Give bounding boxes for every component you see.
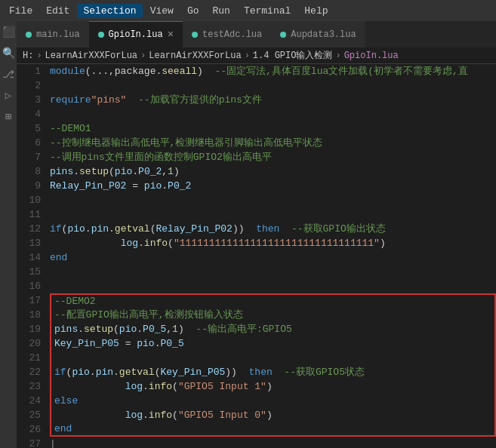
- code-line-7: --调用pins文件里面的函数控制GPIO2输出高电平: [50, 150, 496, 164]
- code-content[interactable]: module(...,package.seeall) --固定写法,具体百度lu…: [45, 64, 496, 448]
- ln-7: 7: [17, 150, 41, 164]
- code-line-15: [50, 265, 496, 279]
- ln-2: 2: [17, 78, 41, 93]
- breadcrumb-learn2[interactable]: LearnAirXXXForLua: [149, 51, 241, 61]
- ln-6: 6: [17, 136, 41, 150]
- ln-23: 23: [17, 379, 41, 394]
- ln-15: 15: [17, 265, 41, 279]
- code-line-25: log.info("GPIO5 Input 0"): [50, 408, 496, 422]
- code-line-11: [50, 207, 496, 222]
- code-line-3: require"pins" --加载官方提供的pins文件: [50, 93, 496, 107]
- ln-24: 24: [17, 394, 41, 408]
- menu-selection[interactable]: Selection: [77, 4, 142, 18]
- code-line-13: log.info("111111111111111111111111111111…: [50, 236, 496, 250]
- breadcrumb-sep: ›: [36, 51, 42, 61]
- ln-18: 18: [17, 308, 41, 322]
- code-line-10: [50, 193, 496, 207]
- ln-10: 10: [17, 193, 41, 207]
- activity-bar: ⬛ 🔍 ⎇ ▷ ⊞: [0, 21, 17, 448]
- ln-17: 17: [17, 293, 41, 308]
- tab-label: Aupdata3.lua: [291, 29, 356, 40]
- code-line-1: module(...,package.seeall) --固定写法,具体百度lu…: [50, 64, 496, 78]
- ln-26: 26: [17, 422, 41, 437]
- breadcrumb: H: › LearnAirXXXForLua › LearnAirXXXForL…: [17, 48, 496, 64]
- ln-16: 16: [17, 279, 41, 293]
- extensions-icon[interactable]: ⊞: [1, 109, 16, 124]
- tab-label: GpioIn.lua: [109, 29, 163, 40]
- code-line-23: log.info("GPIO5 Input 1"): [50, 379, 496, 394]
- menu-terminal[interactable]: Terminal: [238, 4, 297, 18]
- code-line-8: pins.setup(pio.P0_2,1): [50, 164, 496, 179]
- menu-run[interactable]: Run: [206, 4, 236, 18]
- code-line-20: Key_Pin_P05 = pio.P0_5: [50, 336, 496, 351]
- editor-area[interactable]: 1 2 3 4 5 6 7 8 9 10 11 12 13 14 15 16 1…: [17, 64, 496, 448]
- tab-dot: [192, 32, 198, 38]
- menu-help[interactable]: Help: [298, 4, 334, 18]
- ln-9: 9: [17, 179, 41, 193]
- ln-8: 8: [17, 164, 41, 179]
- tab-testadc-lua[interactable]: testAdc.lua: [183, 21, 271, 48]
- close-icon[interactable]: ×: [168, 29, 174, 40]
- tab-dot: [26, 32, 32, 38]
- line-numbers: 1 2 3 4 5 6 7 8 9 10 11 12 13 14 15 16 1…: [17, 64, 45, 448]
- code-line-27: |: [50, 437, 496, 448]
- ln-11: 11: [17, 207, 41, 222]
- main-content: main.lua GpioIn.lua × testAdc.lua Aupdat…: [17, 21, 496, 448]
- tab-gpio-lua[interactable]: GpioIn.lua ×: [89, 21, 183, 48]
- tab-aupdata-lua[interactable]: Aupdata3.lua: [271, 21, 365, 48]
- tab-dot: [98, 32, 104, 38]
- ln-14: 14: [17, 250, 41, 265]
- tab-label: main.lua: [36, 29, 80, 40]
- menu-file[interactable]: File: [3, 4, 39, 18]
- code-line-17: --DEMO2: [50, 293, 496, 308]
- code-line-9: Relay_Pin_P02 = pio.P0_2: [50, 179, 496, 193]
- menu-edit[interactable]: Edit: [40, 4, 75, 18]
- code-line-16: [50, 279, 496, 293]
- tab-label: testAdc.lua: [202, 29, 262, 40]
- menu-go[interactable]: Go: [181, 4, 205, 18]
- breadcrumb-h[interactable]: H:: [23, 51, 33, 61]
- explorer-icon[interactable]: ⬛: [1, 24, 16, 39]
- menu-view[interactable]: View: [144, 4, 180, 18]
- ln-20: 20: [17, 336, 41, 351]
- ln-12: 12: [17, 222, 41, 236]
- code-line-6: --控制继电器输出高低电平,检测继电器引脚输出高低电平状态: [50, 136, 496, 150]
- ln-27: 27: [17, 437, 41, 448]
- search-icon[interactable]: 🔍: [1, 45, 16, 60]
- code-line-5: --DEMO1: [50, 121, 496, 136]
- code-line-2: [50, 78, 496, 93]
- ln-4: 4: [17, 107, 41, 121]
- tab-dot: [280, 32, 286, 38]
- tab-bar: main.lua GpioIn.lua × testAdc.lua Aupdat…: [17, 21, 496, 48]
- ln-19: 19: [17, 322, 41, 336]
- ln-3: 3: [17, 93, 41, 107]
- breadcrumb-sep2: ›: [140, 51, 146, 61]
- tab-main-lua[interactable]: main.lua: [17, 21, 89, 48]
- code-line-18: --配置GPIO输出高电平,检测按钮输入状态: [50, 308, 496, 322]
- code-line-19: pins.setup(pio.P0_5,1) --输出高电平:GPIO5: [50, 322, 496, 336]
- breadcrumb-sep3: ›: [245, 51, 250, 61]
- breadcrumb-file[interactable]: GpioIn.lua: [344, 51, 399, 61]
- ln-1: 1: [17, 64, 41, 78]
- breadcrumb-sep4: ›: [335, 51, 340, 61]
- ln-5: 5: [17, 121, 41, 136]
- breadcrumb-learn1[interactable]: LearnAirXXXForLua: [45, 51, 137, 61]
- ln-22: 22: [17, 365, 41, 379]
- breadcrumb-gpio[interactable]: 1.4 GPIO输入检测: [253, 49, 333, 62]
- ln-25: 25: [17, 408, 41, 422]
- git-icon[interactable]: ⎇: [1, 66, 16, 81]
- menu-bar: File Edit Selection View Go Run Terminal…: [0, 0, 496, 21]
- code-line-21: [50, 351, 496, 365]
- ln-21: 21: [17, 351, 41, 365]
- code-line-4: [50, 107, 496, 121]
- debug-icon[interactable]: ▷: [1, 87, 16, 103]
- ln-13: 13: [17, 236, 41, 250]
